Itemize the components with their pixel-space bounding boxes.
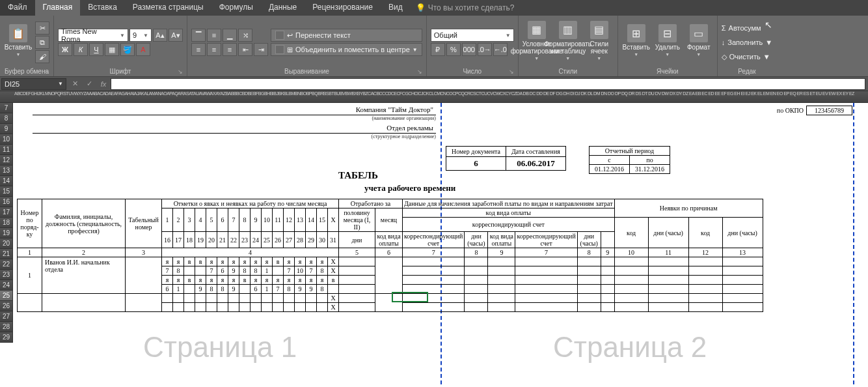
row-header[interactable]: 17	[0, 207, 13, 218]
clear-button[interactable]: ◇Очистить▼	[722, 50, 772, 63]
orientation-button[interactable]: ⤭	[238, 29, 252, 42]
tab-home[interactable]: Главная	[35, 0, 81, 16]
currency-button[interactable]: ₽	[431, 43, 445, 56]
delete-icon: ⊟	[658, 24, 677, 42]
chevron-down-icon: ▼	[763, 53, 770, 61]
grid-area[interactable]: Страница 1 Страница 2 Компания "Тайм Док…	[13, 103, 868, 384]
tab-layout[interactable]: Разметка страницы	[125, 0, 211, 16]
row-header[interactable]: 13	[0, 165, 13, 176]
row-header[interactable]: 15	[0, 186, 13, 197]
row-headers[interactable]: 7 8 9 10 11 12 13 14 15 16 17 18 19 20 2…	[0, 103, 13, 343]
row-header[interactable]: 20	[0, 238, 13, 249]
row-header[interactable]: 16	[0, 197, 13, 207]
align-middle-button[interactable]: ≡	[207, 29, 221, 42]
tab-review[interactable]: Рецензирование	[305, 0, 381, 16]
data-row[interactable]: X	[18, 294, 763, 303]
row-header[interactable]: 10	[0, 134, 13, 145]
cond-format-icon: ▦	[528, 21, 546, 39]
tab-insert[interactable]: Вставка	[80, 0, 125, 16]
chevron-down-icon: ▼	[696, 52, 701, 57]
underline-button[interactable]: Ч	[89, 43, 103, 56]
sigma-icon: Σ	[722, 24, 726, 32]
fill-color-button[interactable]: 🪣	[120, 43, 135, 56]
row-header[interactable]: 19	[0, 228, 13, 238]
comma-button[interactable]: 000	[462, 43, 476, 56]
font-size-combo[interactable]: 9▼	[129, 29, 152, 42]
launcher-icon[interactable]: ↘	[509, 68, 514, 75]
chevron-down-icon: ▼	[141, 33, 148, 38]
row-header[interactable]: 12	[0, 155, 13, 165]
increase-font-button[interactable]: A▴	[153, 29, 167, 42]
column-headers[interactable]: ABCDEFGHIJKLMNOPQRSTUVWXYZAAABACADAEAFAG…	[0, 91, 868, 103]
wrap-text-button[interactable]: ↩Перенести текст	[271, 29, 422, 42]
merge-center-button[interactable]: ⊞Объединить и поместить в центре▼	[271, 43, 422, 56]
tab-file[interactable]: Файл	[0, 0, 35, 16]
row-header[interactable]: 25	[0, 291, 13, 301]
font-name-combo[interactable]: Times New Roma▼	[58, 29, 128, 42]
align-left-button[interactable]: ≡	[191, 43, 206, 56]
chevron-down-icon: ▼	[765, 38, 772, 46]
formula-input[interactable]	[111, 78, 865, 90]
row-header[interactable]: 9	[0, 124, 13, 134]
row-header[interactable]: 11	[0, 145, 13, 155]
launcher-icon[interactable]: ↘	[178, 68, 183, 75]
row-header[interactable]: 7	[0, 103, 13, 113]
align-center-button[interactable]: ≡	[207, 43, 221, 56]
chevron-down-icon: ▼	[534, 56, 539, 61]
copy-button[interactable]: ⧉	[35, 36, 49, 49]
indent-inc-button[interactable]: ⇥	[254, 43, 268, 56]
format-as-table-button[interactable]: ▥Форматировать как таблицу▼	[554, 18, 582, 63]
increase-decimal-button[interactable]: .0→	[478, 43, 492, 56]
row-header[interactable]: 14	[0, 176, 13, 186]
tab-view[interactable]: Вид	[381, 0, 411, 16]
indent-dec-button[interactable]: ⇤	[238, 43, 252, 56]
group-styles: ▦Условное форматирование▼ ▥Форматировать…	[519, 16, 618, 76]
row-header[interactable]: 24	[0, 280, 13, 291]
decrease-font-button[interactable]: A▾	[169, 29, 183, 42]
align-bottom-button[interactable]: ▁	[223, 29, 237, 42]
accept-formula-button[interactable]: ✓	[82, 79, 96, 88]
row-header[interactable]: 29	[0, 332, 13, 343]
row-header[interactable]: 23	[0, 270, 13, 280]
row-header[interactable]: 18	[0, 218, 13, 228]
chevron-down-icon: ▼	[58, 81, 63, 87]
paste-button[interactable]: 📋 Вставить ▼	[4, 18, 33, 63]
number-format-combo[interactable]: Общий▼	[431, 29, 514, 42]
row-header[interactable]: 27	[0, 311, 13, 322]
launcher-icon[interactable]: ↘	[44, 68, 49, 75]
cancel-formula-button[interactable]: ✕	[68, 79, 82, 88]
row-header[interactable]: 21	[0, 249, 13, 259]
row-header[interactable]: 28	[0, 322, 13, 332]
delete-cells-button[interactable]: ⊟Удалить▼	[653, 18, 682, 63]
dept-name: Отдел рекламы	[33, 124, 436, 134]
name-box[interactable]: DI25▼	[1, 78, 66, 90]
percent-button[interactable]: %	[446, 43, 461, 56]
row-header[interactable]: 22	[0, 259, 13, 270]
fill-button[interactable]: ↓Заполнить▼	[722, 36, 772, 49]
launcher-icon[interactable]: ↘	[417, 68, 422, 75]
row-header[interactable]: 8	[0, 113, 13, 124]
ribbon: 📋 Вставить ▼ ✂ ⧉ 🖌 Буфер обмена↘ Times N…	[0, 16, 868, 77]
format-painter-button[interactable]: 🖌	[35, 50, 49, 63]
italic-button[interactable]: К	[74, 43, 88, 56]
cell-styles-button[interactable]: ▤Стили ячеек▼	[585, 18, 614, 63]
fx-button[interactable]: fx	[96, 80, 111, 88]
tab-formulas[interactable]: Формулы	[211, 0, 261, 16]
align-top-button[interactable]: ▔	[191, 29, 206, 42]
insert-cells-button[interactable]: ⊞Вставить▼	[622, 18, 651, 63]
tab-data[interactable]: Данные	[261, 0, 305, 16]
data-row[interactable]: 1 Иванов И.И. начальник отдела яяввяяяяя…	[18, 257, 763, 266]
font-color-button[interactable]: A	[136, 43, 150, 56]
tell-me[interactable]: 💡 Что вы хотите сделать?	[411, 0, 520, 16]
align-right-button[interactable]: ≡	[223, 43, 237, 56]
row-header[interactable]: 26	[0, 301, 13, 311]
tell-me-label: Что вы хотите сделать?	[428, 3, 515, 12]
decrease-decimal-button[interactable]: ←.0	[493, 43, 508, 56]
chevron-down-icon: ▼	[665, 52, 670, 57]
cut-button[interactable]: ✂	[35, 22, 49, 35]
bold-button[interactable]: Ж	[58, 43, 72, 56]
format-cells-button[interactable]: ▭Формат▼	[685, 18, 713, 63]
autosum-button[interactable]: ΣАвтосумм↖	[722, 22, 772, 35]
borders-button[interactable]: ▦	[105, 43, 119, 56]
checkbox-icon	[275, 45, 284, 54]
